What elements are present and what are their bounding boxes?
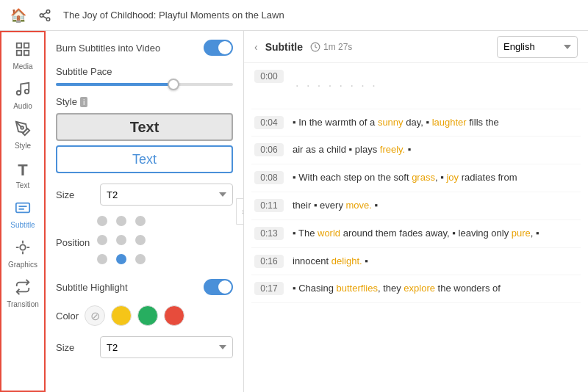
pos-dot-5[interactable] <box>135 235 146 245</box>
svg-line-4 <box>43 12 46 14</box>
subtitle-row-7[interactable]: 0:17 ▪ Chasing butterflies, they explore… <box>251 275 581 303</box>
subtitle-row-3[interactable]: 0:08 ▪ With each step on the soft grass,… <box>251 164 581 192</box>
subtitle-highlight-toggle[interactable] <box>204 279 233 295</box>
svg-point-0 <box>46 10 50 13</box>
style-section: Style i Text Text <box>56 96 233 173</box>
subtitle-row-4[interactable]: 0:11 their ▪ every move. ▪ <box>251 192 581 220</box>
subtitle-pace-section: Subtitle Pace <box>56 66 233 86</box>
subtitle-time-5: 0:13 <box>254 227 284 240</box>
size-dropdown[interactable]: T2T1T3 <box>100 184 233 206</box>
sidebar-item-graphics[interactable]: Graphics <box>2 235 43 273</box>
sidebar-item-subtitle[interactable]: Subtitle <box>2 195 43 233</box>
sidebar-item-text[interactable]: T Text <box>2 156 43 194</box>
back-button[interactable]: ‹ <box>254 41 258 53</box>
share-icon[interactable] <box>37 7 53 23</box>
svg-point-10 <box>25 90 29 94</box>
subtitle-content: 0:00 · · · · · · · · 0:04 ▪ In the warmt… <box>244 63 588 392</box>
pos-dot-4[interactable] <box>116 235 126 245</box>
style-icon <box>15 120 31 140</box>
burn-subtitles-label: Burn Subtitles into Video <box>56 43 160 54</box>
size-dropdown-2[interactable]: T2T1T3 <box>100 336 233 358</box>
subtitle-text-3: ▪ With each step on the soft grass, ▪ jo… <box>293 170 578 186</box>
pos-dot-8[interactable] <box>135 254 146 264</box>
subtitle-row-dots: 0:00 · · · · · · · · <box>251 63 581 109</box>
sidebar-item-label-text: Text <box>16 181 29 189</box>
svg-rect-8 <box>24 51 29 55</box>
text-icon: T <box>18 161 27 180</box>
size-label: Size <box>56 189 93 200</box>
audio-icon <box>15 81 31 101</box>
sidebar-item-label-graphics: Graphics <box>8 261 37 269</box>
pos-dot-3[interactable] <box>97 235 107 245</box>
color-swatch-green[interactable] <box>137 305 158 326</box>
pos-dot-1[interactable] <box>116 216 126 226</box>
pos-dot-7[interactable] <box>116 254 126 264</box>
subtitle-duration: 1m 27s <box>310 42 352 52</box>
color-swatch-red[interactable] <box>164 305 184 326</box>
color-swatch-yellow[interactable] <box>111 305 132 326</box>
subtitle-header: ‹ Subtitle 1m 27s English Spanish French <box>244 31 588 63</box>
sidebar-item-label-subtitle: Subtitle <box>10 221 35 229</box>
subtitle-row-1[interactable]: 0:04 ▪ In the warmth of a sunny day, ▪ l… <box>251 109 581 137</box>
burn-subtitles-toggle[interactable] <box>204 40 233 56</box>
panel-collapse-button[interactable]: › <box>236 198 244 225</box>
svg-point-1 <box>40 13 43 17</box>
position-label: Position <box>56 237 90 248</box>
svg-point-2 <box>46 18 50 21</box>
pace-slider-fill <box>56 83 171 86</box>
svg-point-9 <box>17 91 21 95</box>
subtitle-panel: ‹ Subtitle 1m 27s English Spanish French… <box>244 31 588 392</box>
color-row: Color ⊘ <box>56 305 233 326</box>
style-button-solid[interactable]: Text <box>56 113 233 141</box>
pace-slider-track[interactable] <box>56 83 233 86</box>
subtitle-text-7: ▪ Chasing butterflies, they explore the … <box>293 281 578 297</box>
subtitle-text-5: ▪ The world around them fades away, ▪ le… <box>293 226 578 242</box>
subtitle-row-5[interactable]: 0:13 ▪ The world around them fades away,… <box>251 220 581 248</box>
style-buttons: Text Text <box>56 113 233 173</box>
size-row: Size T2T1T3 <box>56 184 233 206</box>
subtitle-time-0: 0:00 <box>254 70 284 83</box>
subtitle-pace-label: Subtitle Pace <box>56 66 233 77</box>
subtitle-highlight-label: Subtitle Highlight <box>56 282 128 293</box>
style-label: Style i <box>56 96 233 107</box>
home-icon[interactable]: 🏠 <box>10 7 26 23</box>
size-row-2: Size T2T1T3 <box>56 336 233 358</box>
subtitle-panel-title: Subtitle <box>265 41 303 53</box>
subtitle-text-6: innocent delight. ▪ <box>293 254 578 269</box>
sidebar-item-style[interactable]: Style <box>2 116 43 154</box>
pos-dot-6[interactable] <box>97 254 107 264</box>
clock-icon <box>310 42 320 52</box>
color-label: Color <box>56 311 79 322</box>
sidebar-item-audio[interactable]: Audio <box>2 76 43 115</box>
sidebar-item-label-audio: Audio <box>13 102 32 110</box>
sidebar-item-transition[interactable]: Transition <box>2 275 43 313</box>
subtitle-text-4: their ▪ every move. ▪ <box>293 198 578 214</box>
language-select[interactable]: English Spanish French <box>497 36 578 58</box>
subtitle-row-6[interactable]: 0:16 innocent delight. ▪ <box>251 248 581 276</box>
subtitle-time-1: 0:04 <box>254 116 284 129</box>
subtitle-row-2[interactable]: 0:06 air as a child ▪ plays freely. ▪ <box>251 137 581 164</box>
page-title: The Joy of Childhood: Playful Moments on… <box>63 10 284 21</box>
style-info-icon: i <box>80 97 87 107</box>
graphics-icon <box>15 239 31 259</box>
subtitle-text-2: air as a child ▪ plays freely. ▪ <box>293 142 578 158</box>
subtitle-highlight-row: Subtitle Highlight <box>56 279 233 295</box>
transition-icon <box>15 279 31 299</box>
subtitle-icon <box>15 200 31 219</box>
subtitle-time-4: 0:11 <box>254 199 284 212</box>
subtitle-time-3: 0:08 <box>254 171 284 184</box>
pos-dot-2[interactable] <box>135 216 146 226</box>
subtitle-text-1: ▪ In the warmth of a sunny day, ▪ laught… <box>293 115 578 131</box>
pos-dot-0[interactable] <box>97 216 107 226</box>
topbar: 🏠 The Joy of Childhood: Playful Moments … <box>0 0 588 31</box>
main-layout: Media Audio Style T Text Subtitle <box>0 31 588 392</box>
color-swatch-none[interactable]: ⊘ <box>85 305 105 326</box>
pace-slider-thumb[interactable] <box>168 79 179 90</box>
svg-rect-6 <box>24 43 29 48</box>
svg-point-11 <box>21 126 24 129</box>
media-icon <box>15 41 31 61</box>
style-button-outline[interactable]: Text <box>56 145 233 173</box>
svg-rect-12 <box>16 203 29 213</box>
sidebar-item-media[interactable]: Media <box>2 37 43 75</box>
sidebar-item-label-media: Media <box>12 62 32 70</box>
